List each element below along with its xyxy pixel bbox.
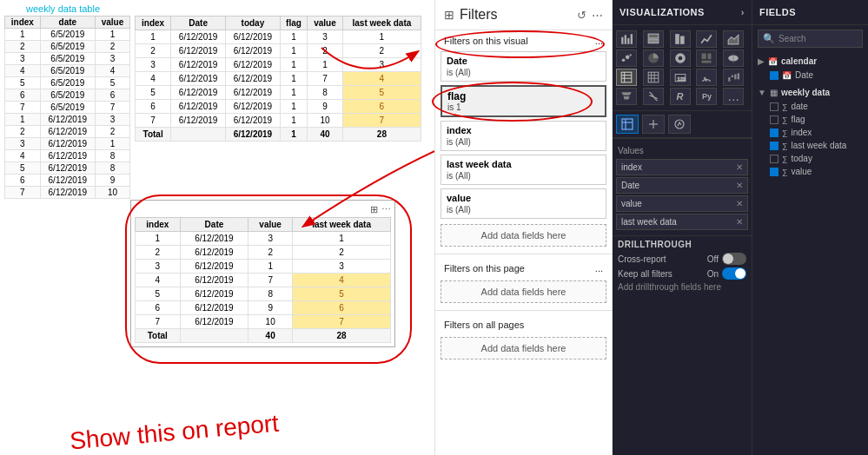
filter-lastweek[interactable]: last week data is (All) [441,155,606,185]
viz-fields-tab[interactable] [616,115,639,134]
viz-100-bar[interactable] [670,30,691,48]
filter-date[interactable]: Date is (All) [441,51,606,82]
table-cell: 7 [136,114,171,128]
add-fields-page[interactable]: Add data fields here [441,280,606,303]
field-item-value[interactable]: ∑ value [752,165,868,178]
keep-filters-value: On [707,269,719,279]
filter-index[interactable]: index is (All) [441,121,606,151]
filters-header-icons: ↺ ⋯ [577,9,603,22]
table-row: 76/12/20196/12/20191107 [136,114,421,128]
col-value: value [95,16,129,29]
page-section-dots[interactable]: ... [595,263,603,274]
field-flag-checkbox[interactable] [770,115,779,124]
field-date-calendar[interactable]: 📅 Date [752,69,868,82]
viz-value-value-remove[interactable]: ✕ [736,199,743,208]
viz-table[interactable] [616,69,637,86]
table-cell: 8 [95,162,129,175]
visual-section-dots[interactable]: ... [595,36,603,46]
table-cell: 6/12/2019 [226,100,281,114]
field-group-calendar-header[interactable]: ▶ 📅 calendar [752,54,868,69]
filter-funnel-icon: ⊞ [444,8,454,22]
table-cell: 9 [308,100,343,114]
viz-card[interactable]: 123 [670,69,691,86]
filter-icon-bar: ⊞ ⋯ [135,204,391,215]
main-col-flag: flag [280,16,307,30]
table-cell: 1 [342,30,421,44]
viz-ribbon[interactable] [643,88,664,105]
search-input[interactable] [779,34,858,43]
field-date-checkbox[interactable] [770,71,779,80]
field-index-checkbox[interactable] [770,129,779,137]
viz-analytics-tab[interactable] [668,115,691,134]
svg-rect-7 [680,36,685,44]
viz-r-icon[interactable]: R [670,88,691,105]
svg-rect-1 [625,35,626,44]
filter-flag[interactable]: flag is 1 [441,85,606,117]
table-row: 56/12/20196/12/2019185 [136,86,421,100]
table-cell: 4 [5,65,41,77]
viz-py-icon[interactable]: Py [696,88,717,105]
table-row: 16/5/20191 [5,29,130,41]
viz-line-chart[interactable] [696,30,717,48]
field-value-checkbox[interactable] [770,168,779,176]
table-cell: 6/12/2019 [40,175,95,187]
viz-expand-icon[interactable]: › [741,7,745,17]
field-item-lastweek[interactable]: ∑ last week data [752,139,868,152]
viz-stacked-bar[interactable] [643,30,664,48]
filters-refresh-icon[interactable]: ↺ [577,9,586,22]
table-cell: 7 [308,72,343,86]
table-cell: 6/12/2019 [180,274,248,287]
viz-funnel[interactable] [616,88,637,105]
field-item-date[interactable]: ∑ date [752,100,868,113]
viz-value-index[interactable]: index ✕ [616,159,748,175]
viz-value-lastweek-remove[interactable]: ✕ [736,217,743,227]
field-item-today[interactable]: ∑ today [752,152,868,165]
table-total-row: Total6/12/201914028 [136,128,421,142]
filters-on-page-label: Filters on this page ... [435,258,612,277]
main-table-container: index Date today flag value last week da… [135,16,421,142]
viz-map[interactable] [723,49,744,67]
viz-value-lastweek[interactable]: last week data ✕ [616,214,748,230]
filters-more-icon[interactable]: ⋯ [592,9,603,22]
viz-value-index-remove[interactable]: ✕ [736,162,743,172]
table-cell: 5 [136,86,171,100]
table-cell: 40 [248,329,293,343]
field-today-checkbox[interactable] [770,155,779,163]
viz-treemap[interactable] [696,49,717,67]
viz-scatter[interactable] [616,49,637,67]
viz-value-date-remove[interactable]: ✕ [736,181,743,190]
field-lastweek-checkbox[interactable] [770,142,779,150]
filter-value[interactable]: value is (All) [441,188,606,219]
weekly-group-name: weekly data [781,88,830,97]
table-cell: 5 [5,77,41,89]
field-item-flag[interactable]: ∑ flag [752,113,868,126]
cross-report-toggle[interactable] [722,253,746,265]
table-cell: 6/12/2019 [226,86,281,100]
fields-search-bar[interactable]: 🔍 [758,30,863,48]
table-row: 46/5/20194 [5,65,130,77]
viz-waterfall[interactable] [723,69,744,86]
sigma-icon-index: ∑ [782,129,787,137]
viz-value-date[interactable]: Date ✕ [616,177,748,194]
table-cell: 6/12/2019 [40,114,95,126]
table-row: 16/12/20193 [5,114,130,126]
viz-donut[interactable] [670,49,691,67]
viz-matrix[interactable] [643,69,664,86]
field-wdate-checkbox[interactable] [770,102,779,111]
keep-filters-toggle[interactable] [722,267,746,280]
viz-gauge[interactable] [696,69,717,86]
table-cell: 2 [136,44,171,58]
viz-more[interactable]: … [723,88,744,105]
viz-area-chart[interactable] [723,30,744,48]
field-item-index[interactable]: ∑ index [752,126,868,139]
viz-value-value[interactable]: value ✕ [616,195,748,212]
viz-bar-chart[interactable] [616,30,637,48]
table-cell: 3 [95,114,129,126]
viz-pie[interactable] [643,49,664,67]
add-fields-all[interactable]: Add data fields here [441,337,606,359]
main-col-value: value [308,16,343,30]
viz-format-tab[interactable] [642,115,665,134]
add-fields-visual[interactable]: Add data fields here [441,224,606,247]
small-data-table: index date value 16/5/2019126/5/2019236/… [4,16,130,199]
field-group-weekly-header[interactable]: ▼ ▦ weekly data [752,85,868,100]
